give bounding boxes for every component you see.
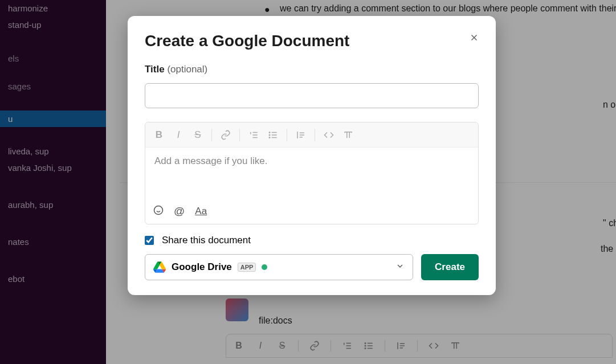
strike-icon[interactable]: S: [192, 129, 203, 141]
title-optional-text: (optional): [167, 64, 207, 75]
destination-name: Google Drive: [172, 261, 232, 273]
formatting-icon[interactable]: Aa: [195, 206, 207, 217]
message-textarea[interactable]: Add a message if you like.: [145, 148, 478, 199]
message-editor: B I S Add a message if you like. @ Aa: [145, 122, 479, 224]
codeblock-icon[interactable]: [342, 130, 354, 140]
toolbar-sep: [239, 129, 240, 141]
blockquote-icon[interactable]: [295, 130, 307, 140]
editor-footer: @ Aa: [145, 199, 478, 224]
modal-title: Create a Google Document: [145, 32, 479, 50]
editor-toolbar: B I S: [145, 122, 478, 148]
share-row: Share this document: [145, 235, 479, 246]
toolbar-sep: [287, 129, 287, 141]
italic-icon[interactable]: I: [173, 129, 184, 141]
code-icon[interactable]: [323, 130, 334, 140]
chevron-down-icon: [395, 261, 405, 273]
svg-point-22: [269, 134, 270, 136]
link-icon[interactable]: [220, 130, 231, 140]
close-button[interactable]: [466, 30, 482, 46]
mention-icon[interactable]: @: [174, 205, 185, 218]
toolbar-sep: [315, 129, 315, 141]
svg-point-28: [154, 206, 163, 215]
share-checkbox[interactable]: [145, 236, 154, 245]
ordered-list-icon[interactable]: [248, 130, 259, 140]
bullet-list-icon[interactable]: [267, 130, 279, 140]
google-drive-icon: [153, 261, 166, 273]
emoji-icon[interactable]: [153, 205, 164, 218]
close-icon: [469, 32, 479, 43]
destination-row: Google Drive APP Create: [145, 254, 479, 280]
toolbar-sep: [211, 129, 212, 141]
title-field-label: Title (optional): [145, 64, 479, 75]
destination-select[interactable]: Google Drive APP: [145, 254, 413, 280]
share-label: Share this document: [162, 235, 251, 246]
title-label-text: Title: [145, 64, 165, 75]
app-badge: APP: [238, 263, 256, 272]
svg-point-21: [269, 132, 270, 133]
svg-point-23: [269, 137, 270, 138]
bold-icon[interactable]: B: [153, 129, 165, 141]
create-button[interactable]: Create: [421, 254, 479, 280]
presence-dot-icon: [262, 264, 267, 270]
create-google-doc-modal: Create a Google Document Title (optional…: [128, 16, 496, 295]
title-input[interactable]: [145, 83, 479, 108]
